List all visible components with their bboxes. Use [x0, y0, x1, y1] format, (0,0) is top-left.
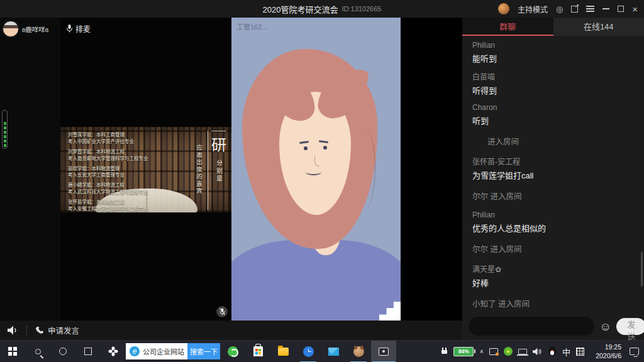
volume-level-meter — [2, 110, 8, 149]
chat-message-text: 听到 — [472, 114, 634, 126]
chat-message-sender: 满天星✿ — [472, 263, 634, 274]
system-tray: 84% ∧ + 中 19:25 2020/6/6 — [441, 343, 644, 360]
chat-message-sender: 白苗喵 — [472, 71, 634, 82]
host-avatar[interactable] — [498, 3, 509, 14]
queue-label-group: 排麦 — [67, 23, 91, 34]
request-speak-label: 申请发言 — [48, 324, 79, 336]
current-user[interactable]: ʚ鹿咩咩ɞ — [0, 18, 60, 40]
chat-message-text: 听得到 — [472, 84, 634, 96]
windows-taskbar: e 公司企业网站 搜索一下 84% ∧ + 中 19:25 — [0, 340, 644, 362]
taskbar-search-button[interactable]: 搜索一下 — [187, 343, 220, 359]
slide-guest-list: 刘雪莲学姐：本科工商管理 考入中国矿业大学资产评估专业 刘梦霞学姐：本科物流工程… — [68, 132, 148, 212]
chat-input[interactable] — [469, 317, 594, 336]
chat-tab[interactable]: 在线144 — [553, 18, 644, 36]
slide-vertical-caption: 应邀出席的嘉宾 研 分别是 — [194, 131, 226, 210]
taskbar-search-box[interactable]: e 公司企业网站 搜索一下 — [126, 343, 220, 359]
taskbar-date: 2020/6/6 — [590, 351, 621, 360]
taskbar-clock[interactable]: 19:25 2020/6/6 — [590, 343, 621, 360]
touch-keyboard-icon[interactable] — [576, 348, 584, 356]
cortana-icon[interactable] — [50, 341, 75, 362]
start-button[interactable] — [0, 341, 25, 362]
share-icon[interactable]: ↗ — [571, 6, 578, 13]
meeting-title: 2020管院考研交流会 — [263, 3, 338, 15]
chat-scrollbar[interactable] — [641, 252, 643, 287]
chat-message-text: 好棒 — [472, 277, 634, 288]
mail-app-icon[interactable] — [321, 341, 346, 362]
ms-store-icon[interactable] — [245, 341, 270, 362]
illustration-sweater — [231, 240, 401, 321]
chat-message: 进入房间 — [472, 135, 634, 147]
chat-panel: 群聊 在线144 Philian 能听到 白苗喵 听得到 Charon 听到 — [462, 18, 644, 340]
chat-message-list: Philian 能听到 白苗喵 听得到 Charon 听到 进入房间 — [462, 36, 644, 312]
chat-message-text: 能听到 — [472, 52, 634, 64]
meeting-app-taskbar-icon[interactable] — [371, 341, 396, 362]
chat-message-sender: 张怀苗-安工程 — [472, 156, 634, 167]
speaker-video-panel[interactable]: 工管162... — [231, 18, 401, 321]
user-name: ʚ鹿咩咩ɞ — [22, 25, 48, 34]
chat-message: 小知了 进入房间 — [472, 297, 634, 309]
close-button[interactable]: × — [632, 4, 638, 14]
file-explorer-icon[interactable] — [270, 341, 296, 362]
chat-message-text: 尔尔 进入房间 — [472, 190, 634, 202]
illustration-nose — [314, 156, 319, 167]
slide-guest-entry: 张怀苗学姐：本科物流工程 考入安徽工程大学管理科学与工程专业 — [68, 199, 148, 212]
left-rail: ʚ鹿咩咩ɞ — [0, 18, 60, 321]
raise-hand-icon — [35, 326, 44, 334]
power-plug-icon — [441, 348, 448, 355]
presentation-slide: 刘雪莲学姐：本科工商管理 考入中国矿业大学资产评估专业 刘梦霞学姐：本科物流工程… — [60, 127, 231, 212]
ime-indicator[interactable]: 中 — [562, 346, 570, 358]
emoji-icon[interactable]: ☺ — [599, 321, 611, 332]
chat-message-sender: Philian — [472, 211, 634, 219]
chat-message: Philian 能听到 — [472, 41, 634, 64]
mic-muted-icon — [216, 306, 228, 317]
record-icon[interactable]: ◎ — [556, 5, 563, 13]
chat-message-sender: Charon — [472, 103, 634, 112]
pinwheel-app-icon[interactable] — [101, 341, 126, 362]
slide-guest-entry: 苗欣学姐：本科物流管理 考入长安大学工商管理专业 — [68, 166, 148, 180]
tray-screen-icon[interactable] — [489, 348, 498, 355]
browser-360-icon[interactable] — [220, 341, 245, 362]
titlebar: 2020管院考研交流会 ID:13102665 主持模式 ◎ ↗ × — [0, 0, 644, 18]
slide-big-char: 研 — [211, 131, 226, 155]
chat-message-text: 为雪莲学姐打call — [472, 169, 634, 181]
taskbar-search-text: 公司企业网站 — [143, 346, 187, 356]
maximize-button[interactable] — [618, 6, 624, 12]
queue-video-panel[interactable]: 排麦 刘雪莲学姐：本科工商管理 考入中国矿业大学资产评估专业 刘梦霞学姐：本科物… — [60, 18, 231, 321]
clock-app-icon[interactable] — [296, 341, 321, 362]
taskbar-time: 19:25 — [590, 343, 621, 351]
ie-icon: e — [130, 346, 140, 356]
chat-message: 张怀苗-安工程 为雪莲学姐打call — [472, 156, 634, 181]
slide-guest-entry: 刘梦霞学姐：本科物流工程 考入南京邮电大学管理科学与工程专业 — [68, 149, 148, 163]
request-speak-button[interactable]: 申请发言 — [35, 324, 79, 336]
speaker-icon[interactable] — [8, 326, 19, 335]
send-button[interactable]: 发送 — [616, 318, 644, 335]
chat-message-text: 尔尔 进入房间 — [472, 243, 634, 255]
speaker-name-label: 工管162... — [236, 21, 268, 31]
queue-label: 排麦 — [75, 23, 91, 34]
illustration-mouth — [306, 169, 321, 175]
divider — [26, 326, 27, 335]
action-center-icon[interactable] — [630, 348, 639, 355]
chat-message-text: 进入房间 — [472, 135, 634, 147]
menu-icon[interactable] — [586, 8, 594, 9]
meeting-id: ID:13102665 — [341, 5, 381, 13]
chat-message: Philian 优秀的人总是相似的 — [472, 211, 634, 234]
tray-volume-icon[interactable] — [533, 348, 542, 356]
slide-guest-entry: 刘雪莲学姐：本科工商管理 考入中国矿业大学资产评估专业 — [68, 132, 148, 146]
chat-message: 尔尔 进入房间 — [472, 243, 634, 255]
tray-chevron-icon[interactable]: ∧ — [479, 348, 484, 354]
qq-icon[interactable] — [548, 346, 557, 356]
host-mode-label: 主持模式 — [518, 4, 548, 14]
minimize-button[interactable] — [602, 8, 609, 9]
tray-green-plus-icon[interactable]: + — [504, 347, 513, 356]
chat-tab[interactable]: 群聊 — [462, 18, 553, 36]
illustration-eye-right — [323, 146, 327, 150]
mic-icon — [67, 25, 72, 33]
battery-indicator[interactable]: 84% — [453, 347, 474, 356]
tray-laptop-icon[interactable] — [518, 349, 527, 354]
chat-tabs: 群聊 在线144 — [462, 18, 644, 36]
task-view-icon[interactable] — [75, 341, 101, 362]
dog-app-icon[interactable] — [346, 341, 371, 362]
taskbar-search-icon[interactable] — [25, 341, 50, 362]
chat-message-sender: Philian — [472, 41, 634, 50]
